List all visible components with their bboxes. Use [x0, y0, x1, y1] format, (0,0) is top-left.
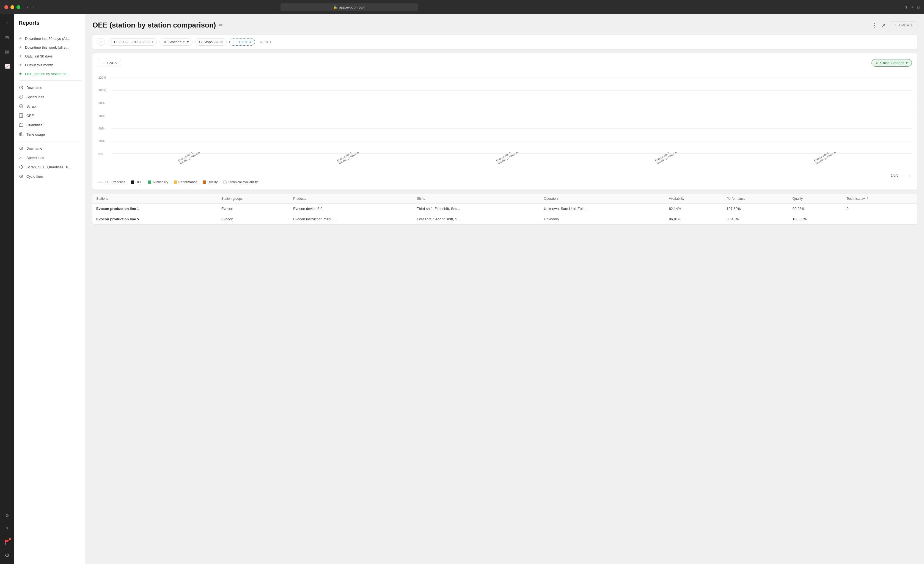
stops-filter-button[interactable]: ⊙ Stops: All ✕ — [195, 38, 226, 46]
forward-nav-button[interactable]: › — [32, 4, 35, 11]
share-browser-icon[interactable]: ⬆ — [905, 5, 908, 10]
cell-product: Evocon instruction manu... — [289, 214, 413, 224]
url-text: app.evocon.com — [339, 5, 365, 9]
oee-icon — [19, 113, 24, 118]
sidebar-item-speedloss[interactable]: Speed loss — [14, 92, 86, 102]
downtime-icon — [19, 85, 24, 90]
help-icon-btn[interactable]: ? — [3, 524, 12, 533]
next-page-button[interactable]: › — [907, 173, 912, 178]
maximize-button[interactable] — [16, 5, 20, 9]
sidebar-divider-1 — [19, 80, 81, 81]
star-icon: ★ — [19, 45, 22, 50]
cell-group: Evocon — [218, 214, 289, 224]
station-x-label: Evocon line 5Evocon production — [337, 146, 363, 165]
app: ≡ ⊞ ▦ 📈 ⚙ ? 🚩 ⏻ Reports ★ Downtime last … — [0, 14, 924, 564]
svg-rect-12 — [19, 134, 20, 136]
sidebar-item-downtime[interactable]: Downtime — [14, 83, 86, 92]
lock-icon: 🔒 — [333, 5, 338, 9]
svg-line-2 — [21, 87, 22, 88]
filter-label: + FILTER — [236, 40, 251, 44]
page-header: OEE (station by station comparison) ✏ ⋮ … — [92, 21, 917, 29]
sidebar-item-downtime2[interactable]: Downtime — [14, 144, 86, 153]
y-axis-label: 80% — [99, 101, 105, 105]
y-axis-label: 20% — [99, 140, 105, 143]
reports-icon-btn[interactable]: 📈 — [3, 62, 12, 71]
sidebar-item-scrap2[interactable]: Scrap, OEE, Quantities, Ti... — [14, 162, 86, 171]
stops-icon: ⊙ — [199, 40, 202, 44]
header-actions: ⋮ ↗ ☆ UPDATE — [872, 21, 917, 29]
downtime2-icon — [19, 146, 24, 151]
sidebar-item-timeusage[interactable]: Time usage — [14, 129, 86, 139]
add-filter-button[interactable]: + + FILTER — [230, 38, 255, 46]
speedloss-icon — [19, 94, 24, 99]
speedloss2-icon — [19, 155, 24, 160]
prev-date-button[interactable]: ‹ — [97, 38, 105, 46]
share-button[interactable]: ↗ — [881, 22, 885, 29]
legend-item: Quality — [202, 180, 218, 184]
legend-label: Availability — [153, 180, 168, 184]
back-nav-button[interactable]: ‹ — [26, 4, 29, 11]
date-chevron-icon: › — [152, 40, 153, 44]
sidebar-item-oee[interactable]: OEE — [14, 111, 86, 120]
close-button[interactable] — [4, 5, 8, 9]
settings-icon-btn[interactable]: ⚙ — [3, 511, 12, 520]
table-container: Stations Station groups Products Shifts … — [92, 194, 917, 224]
star-update-icon: ☆ — [894, 23, 897, 27]
bars-container: Evocon line 1Evocon productionEvocon lin… — [112, 71, 912, 154]
sidebar-label: Scrap — [26, 104, 36, 108]
col-groups: Station groups — [218, 194, 289, 204]
cell-technical: 9 — [843, 204, 917, 214]
sidebar-item-speedloss2[interactable]: Speed loss — [14, 153, 86, 162]
date-range-button[interactable]: 01.02.2023 - 01.02.2023 › — [108, 38, 157, 46]
sidebar-item-quantities[interactable]: Quantities — [14, 120, 86, 129]
col-operators: Operators — [540, 194, 665, 204]
chart-container: ← BACK ≡ X-axis: Stations ▾ 120%100%80%6… — [92, 53, 917, 190]
xaxis-button[interactable]: ≡ X-axis: Stations ▾ — [872, 59, 912, 66]
power-icon-btn[interactable]: ⏻ — [3, 551, 12, 559]
reset-filter-button[interactable]: RESET — [258, 39, 274, 45]
xaxis-icon: ≡ — [876, 61, 878, 65]
sidebar-item-downtime-30[interactable]: ★ Downtime last 30 days (All... — [14, 34, 86, 43]
sidebar-item-cycletime[interactable]: Cycle time — [14, 171, 86, 181]
star-icon: ★ — [19, 36, 22, 41]
update-button[interactable]: ☆ UPDATE — [890, 21, 917, 29]
star-icon-filled: ★ — [19, 72, 22, 76]
sidebar-item-oee-30[interactable]: ★ OEE last 30 days — [14, 52, 86, 60]
sidebar-item-downtime-week[interactable]: ★ Downtime this week (all st... — [14, 43, 86, 52]
minimize-button[interactable] — [10, 5, 14, 9]
y-axis-label: 60% — [99, 114, 105, 117]
sidebar-label: Output this month — [25, 63, 53, 67]
menu-icon-btn[interactable]: ≡ — [3, 19, 12, 27]
y-axis-label: 40% — [99, 127, 105, 130]
more-options-button[interactable]: ⋮ — [872, 22, 877, 29]
prev-page-button[interactable]: ‹ — [901, 173, 905, 178]
station-x-label: Evocon line 1Evocon production — [178, 146, 205, 165]
back-arrow-icon: ← — [102, 61, 106, 65]
address-bar[interactable]: 🔒 app.evocon.com — [280, 3, 418, 11]
sidebar-label: Speed loss — [26, 95, 44, 99]
sidebar-item-output[interactable]: ★ Output this month — [14, 60, 86, 69]
edit-title-icon[interactable]: ✏ — [219, 22, 223, 29]
station-x-label: Evocon line 2Evocon production — [654, 146, 681, 165]
star-icon: ★ — [19, 63, 22, 67]
legend-label: Quality — [207, 180, 218, 184]
delete-stops-icon[interactable]: ✕ — [220, 40, 223, 44]
dashboard-icon-btn[interactable]: ⊞ — [3, 33, 12, 42]
windows-icon[interactable]: ⧉ — [917, 5, 920, 10]
legend-color-dot — [202, 180, 206, 184]
svg-point-16 — [20, 165, 23, 168]
reports-sidebar: Reports ★ Downtime last 30 days (All... … — [14, 14, 86, 564]
new-tab-icon[interactable]: + — [911, 5, 914, 10]
stations-filter-button[interactable]: 🖥 Stations: 5 ▾ — [159, 38, 192, 46]
sidebar-item-scrap[interactable]: Scrap — [14, 102, 86, 111]
back-button[interactable]: ← BACK — [98, 59, 121, 67]
cell-product: Evocon device 3.0 — [289, 204, 413, 214]
reports-sidebar-title: Reports — [14, 14, 86, 32]
plus-icon: + — [233, 40, 235, 44]
chart-bar-icon-btn[interactable]: ▦ — [3, 47, 12, 56]
sidebar-item-oee-station[interactable]: ★ OEE (station by station co... — [14, 69, 86, 78]
sidebar-label: Scrap, OEE, Quantities, Ti... — [26, 165, 71, 169]
more-columns-icon[interactable]: ⋮ — [866, 197, 869, 200]
star-icon: ★ — [19, 54, 22, 58]
y-axis-label: 0% — [99, 152, 103, 155]
